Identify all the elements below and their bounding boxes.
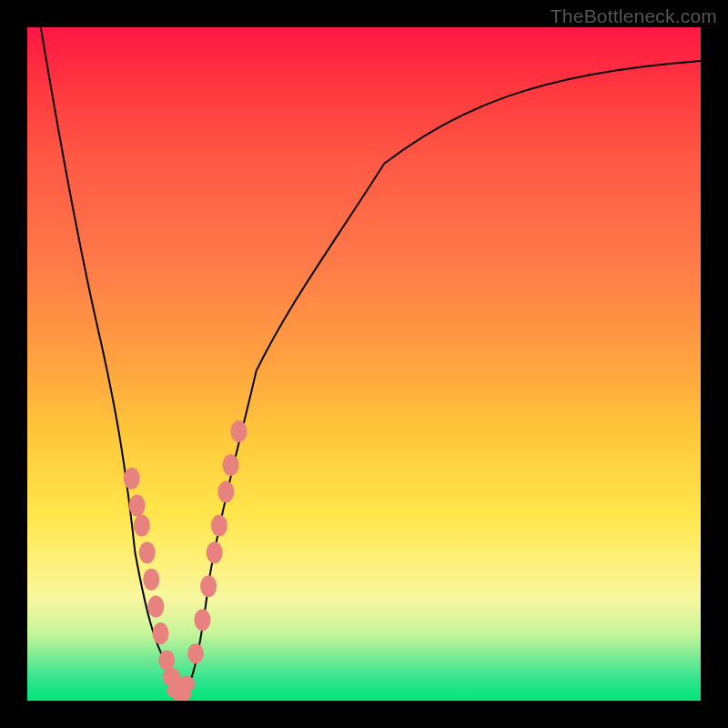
curve-marker	[187, 643, 204, 663]
curve-marker	[223, 454, 239, 476]
chart-frame: TheBottleneck.com	[0, 0, 728, 728]
curve-marker	[129, 494, 146, 516]
curve-marker	[207, 541, 223, 563]
bottleneck-curve	[41, 27, 701, 697]
watermark-text: TheBottleneck.com	[551, 5, 717, 27]
curve-marker	[158, 651, 175, 671]
curve-marker	[217, 481, 234, 503]
curve-marker	[211, 515, 228, 537]
curve-marker	[200, 575, 217, 597]
marker-group	[124, 420, 248, 701]
curve-marker	[153, 622, 169, 644]
curve-marker	[177, 676, 196, 693]
curve-marker	[143, 569, 159, 591]
curve-marker	[124, 468, 140, 490]
plot-area	[27, 27, 701, 701]
curve-marker	[147, 595, 164, 617]
chart-svg	[27, 27, 701, 701]
curve-marker	[194, 609, 210, 631]
curve-marker	[134, 515, 150, 537]
curve-marker	[139, 541, 156, 563]
curve-marker	[230, 420, 247, 442]
